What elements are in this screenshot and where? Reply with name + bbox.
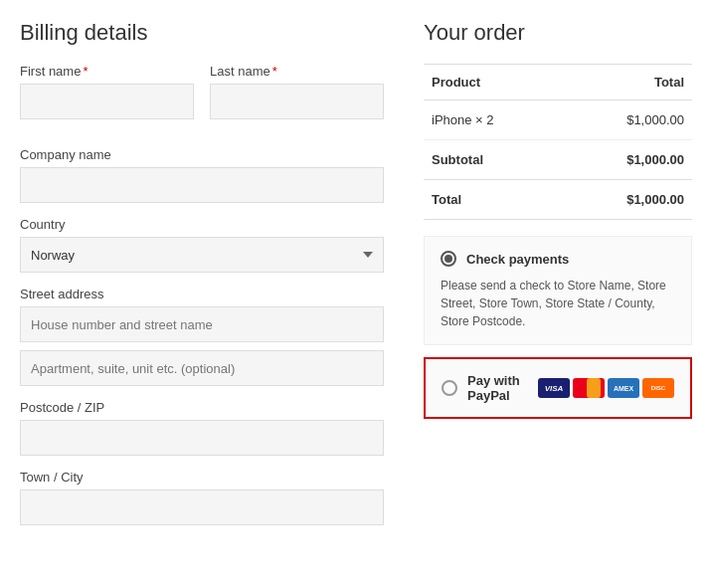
billing-title: Billing details xyxy=(20,20,384,46)
name-row: First name* Last name* xyxy=(20,64,384,133)
product-total-cell: $1,000.00 xyxy=(562,100,692,140)
street-label: Street address xyxy=(20,287,384,301)
paypal-payment-option[interactable]: Pay with PayPal VISA AMEX DISC xyxy=(424,357,692,419)
amex-icon: AMEX xyxy=(608,378,639,398)
order-table-header: Product Total xyxy=(424,65,692,100)
check-payment-label: Check payments xyxy=(466,252,569,267)
last-name-label: Last name* xyxy=(210,64,384,79)
first-name-group: First name* xyxy=(20,64,194,119)
check-payment-header: Check payments xyxy=(441,251,675,267)
street-input-2[interactable] xyxy=(20,350,384,386)
subtotal-row: Subtotal $1,000.00 xyxy=(424,140,692,180)
street-group: Street address xyxy=(20,287,384,386)
paypal-cards: VISA AMEX DISC xyxy=(538,378,674,398)
town-label: Town / City xyxy=(20,470,384,485)
order-section: Your order Product Total iPhone × 2 $1,0… xyxy=(424,20,692,539)
subtotal-value-cell: $1,000.00 xyxy=(562,140,692,180)
town-group: Town / City xyxy=(20,470,384,525)
product-col-header: Product xyxy=(424,65,562,100)
country-select[interactable]: Norway xyxy=(20,237,384,273)
total-value-cell: $1,000.00 xyxy=(562,180,692,220)
postcode-label: Postcode / ZIP xyxy=(20,400,384,415)
order-product-row: iPhone × 2 $1,000.00 xyxy=(424,100,692,140)
mastercard-icon xyxy=(573,378,605,398)
street-input-1[interactable] xyxy=(20,306,384,342)
total-row: Total $1,000.00 xyxy=(424,180,692,220)
first-name-input[interactable] xyxy=(20,84,194,119)
last-name-group: Last name* xyxy=(210,64,384,119)
country-label: Country xyxy=(20,217,384,232)
company-name-label: Company name xyxy=(20,147,384,162)
total-label-cell: Total xyxy=(424,180,562,220)
paypal-payment-label: Pay with PayPal xyxy=(467,373,538,403)
paypal-left: Pay with PayPal xyxy=(442,373,538,403)
product-name-cell: iPhone × 2 xyxy=(424,100,562,140)
order-title: Your order xyxy=(424,20,692,46)
check-radio[interactable] xyxy=(441,251,456,267)
town-input[interactable] xyxy=(20,490,384,525)
subtotal-label-cell: Subtotal xyxy=(424,140,562,180)
total-col-header: Total xyxy=(562,65,692,100)
last-name-input[interactable] xyxy=(210,84,384,119)
discover-icon: DISC xyxy=(642,378,674,398)
check-payment-option[interactable]: Check payments Please send a check to St… xyxy=(424,236,692,345)
postcode-group: Postcode / ZIP xyxy=(20,400,384,456)
paypal-radio[interactable] xyxy=(442,380,457,396)
country-group: Country Norway xyxy=(20,217,384,273)
first-name-label: First name* xyxy=(20,64,194,79)
billing-section: Billing details First name* Last name* C… xyxy=(20,20,384,539)
company-name-input[interactable] xyxy=(20,167,384,203)
check-payment-description: Please send a check to Store Name, Store… xyxy=(441,277,675,330)
visa-icon: VISA xyxy=(538,378,570,398)
postcode-input[interactable] xyxy=(20,420,384,456)
company-name-group: Company name xyxy=(20,147,384,203)
order-table: Product Total iPhone × 2 $1,000.00 Subto… xyxy=(424,64,692,220)
